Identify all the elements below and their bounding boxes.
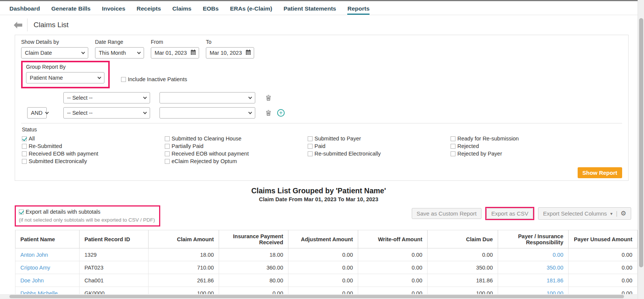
cell-claim-amount: 100.00 xyxy=(149,287,219,295)
export-subtotals-checkbox[interactable]: Export all details with subtotals xyxy=(19,209,155,215)
status-option-partially-paid[interactable]: Partially Paid xyxy=(165,143,308,149)
cell-patient-record-id: 1329 xyxy=(80,248,149,261)
checkbox[interactable] xyxy=(308,144,313,149)
group-report-select[interactable]: Patient Name xyxy=(26,72,104,83)
status-divider xyxy=(21,123,622,123)
calendar-icon[interactable] xyxy=(245,49,251,56)
report-subtitle: Claim Date From Mar 01, 2023 To Mar 10, … xyxy=(0,196,637,202)
status-option-ready-for-re-submission[interactable]: Ready for Re-submission xyxy=(451,136,593,142)
vertical-scrollbar-thumb[interactable] xyxy=(639,18,643,267)
column-header-patient-record-id: Patient Record ID xyxy=(80,230,149,248)
status-option-submitted-to-payer[interactable]: Submitted to Payer xyxy=(308,136,451,142)
status-option-received-eob-without-payment[interactable]: Received EOB without payment xyxy=(165,151,308,157)
date-range-select[interactable]: This Month xyxy=(95,47,144,59)
export-option-highlight-box: Export all details with subtotals (if no… xyxy=(15,205,160,227)
status-option-received-eob-with-payment[interactable]: Received EOB with payment xyxy=(22,151,165,157)
amount-link[interactable]: 350.00 xyxy=(547,265,563,271)
nav-item-patient-statements[interactable]: Patient Statements xyxy=(284,5,336,15)
chevron-down-icon xyxy=(137,51,141,54)
save-custom-report-button[interactable]: Save as Custom Report xyxy=(412,208,481,219)
claims-report-page: DashboardGenerate BillsInvoicesReceiptsC… xyxy=(0,0,644,299)
from-date-input[interactable]: Mar 01, 2023 xyxy=(151,47,199,59)
horizontal-scrollbar-thumb[interactable] xyxy=(9,295,624,298)
cell-payer-insurance-responsibility: 181.86 xyxy=(498,274,569,287)
amount-link[interactable]: 0.00 xyxy=(553,252,563,258)
checkbox[interactable] xyxy=(22,144,27,149)
status-grid: AllRe-SubmittedReceived EOB with payment… xyxy=(22,136,622,164)
calendar-icon[interactable] xyxy=(190,49,196,56)
nav-item-generate-bills[interactable]: Generate Bills xyxy=(51,5,90,15)
delete-condition-icon[interactable] xyxy=(266,110,271,116)
nav-item-dashboard[interactable]: Dashboard xyxy=(9,5,40,15)
show-report-button[interactable]: Show Report xyxy=(578,167,623,178)
cell-adjustment-amount: 0.00 xyxy=(288,274,358,287)
condition-logic-select[interactable]: AND xyxy=(27,107,47,119)
export-subtotals-label: Export all details with subtotals xyxy=(26,209,100,215)
condition-field-select[interactable]: -- Select -- xyxy=(63,107,150,119)
to-date-input[interactable]: Mar 10, 2023 xyxy=(206,47,254,59)
cell-patient-name: Dobbs Michelle xyxy=(15,287,80,295)
status-option-paid[interactable]: Paid xyxy=(308,143,451,149)
checkbox[interactable] xyxy=(22,159,27,164)
nav-item-eobs[interactable]: EOBs xyxy=(203,5,219,15)
include-inactive-checkbox[interactable]: Include Inactive Patients xyxy=(121,76,187,82)
condition-field-select[interactable]: -- Select -- xyxy=(63,92,150,103)
nav-item-invoices[interactable]: Invoices xyxy=(102,5,125,15)
status-option-rejected-by-payer[interactable]: Rejected by Payer xyxy=(451,151,593,157)
checkbox[interactable] xyxy=(165,159,170,164)
checkbox[interactable] xyxy=(165,136,170,141)
back-arrow-icon[interactable] xyxy=(14,22,23,29)
status-option-re-submitted-electronically[interactable]: Re-submitted Electronically xyxy=(308,151,451,157)
amount-link[interactable]: 181.86 xyxy=(547,277,563,284)
checkbox[interactable] xyxy=(22,136,27,141)
table-row: Doe JohnCha001261.8680.000.000.00181.861… xyxy=(15,274,638,287)
report-title: Claims List Grouped by 'Patient Name' xyxy=(0,186,637,195)
from-date-value: Mar 01, 2023 xyxy=(155,50,187,56)
checkbox[interactable] xyxy=(451,144,455,149)
patient-name-link[interactable]: Doe John xyxy=(20,277,44,284)
checkbox[interactable] xyxy=(165,151,170,156)
checkbox[interactable] xyxy=(165,144,170,149)
page-title-bar: Claims List xyxy=(0,15,644,35)
show-details-select[interactable]: Claim Date xyxy=(21,47,88,59)
status-option-eclaim-rejected-by-optum[interactable]: eClaim Rejected by Optum xyxy=(165,158,308,164)
nav-item-eras-e-claim[interactable]: ERAs (e-Claim) xyxy=(230,5,272,15)
show-report-row: Show Report xyxy=(21,167,622,178)
cell-claim-due: 181.86 xyxy=(428,274,498,287)
status-option-submitted-electronically[interactable]: Submitted Electronically xyxy=(22,158,165,164)
group-report-highlight-box: Group Report By Patient Name xyxy=(21,61,110,88)
add-condition-icon[interactable]: + xyxy=(277,109,285,117)
button-separator: | xyxy=(616,210,618,217)
checkbox[interactable] xyxy=(451,151,455,156)
chevron-down-icon xyxy=(98,76,101,79)
cell-payer-unused-amount: 0.00 xyxy=(569,248,638,261)
status-column: AllRe-SubmittedReceived EOB with payment… xyxy=(22,136,165,164)
condition-value-select[interactable] xyxy=(159,92,255,103)
vertical-scrollbar[interactable] xyxy=(638,0,644,299)
export-selected-columns-label: Export Selected Columns xyxy=(543,210,607,217)
status-option-submitted-to-clearing-house[interactable]: Submitted to Clearing House xyxy=(165,136,308,142)
status-option-all[interactable]: All xyxy=(22,136,165,142)
checkbox[interactable] xyxy=(121,77,126,82)
nav-item-receipts[interactable]: Receipts xyxy=(136,5,161,15)
cell-insurance-payment-received: 360.00 xyxy=(219,261,288,274)
status-option-label: All xyxy=(29,136,35,142)
export-selected-columns-button[interactable]: Export Selected Columns ▾ | ⚙ xyxy=(538,207,631,220)
checkbox[interactable] xyxy=(451,136,455,141)
horizontal-scrollbar[interactable] xyxy=(0,294,638,299)
checkbox[interactable] xyxy=(22,151,27,156)
patient-name-link[interactable]: Anton John xyxy=(20,252,48,258)
nav-item-claims[interactable]: Claims xyxy=(172,5,192,15)
status-option-re-submitted[interactable]: Re-Submitted xyxy=(22,143,165,149)
column-header-claim-due: Claim Due xyxy=(428,230,498,248)
delete-condition-icon[interactable] xyxy=(266,95,271,101)
nav-item-reports[interactable]: Reports xyxy=(347,5,370,15)
checkbox[interactable] xyxy=(19,210,24,214)
export-csv-button[interactable]: Export as CSV xyxy=(486,208,533,219)
gear-icon[interactable]: ⚙ xyxy=(621,210,626,217)
condition-value-select[interactable] xyxy=(159,107,255,119)
patient-name-link[interactable]: Criptoo Amy xyxy=(20,265,50,271)
status-option-rejected[interactable]: Rejected xyxy=(451,143,593,149)
checkbox[interactable] xyxy=(308,151,313,156)
checkbox[interactable] xyxy=(308,136,313,141)
